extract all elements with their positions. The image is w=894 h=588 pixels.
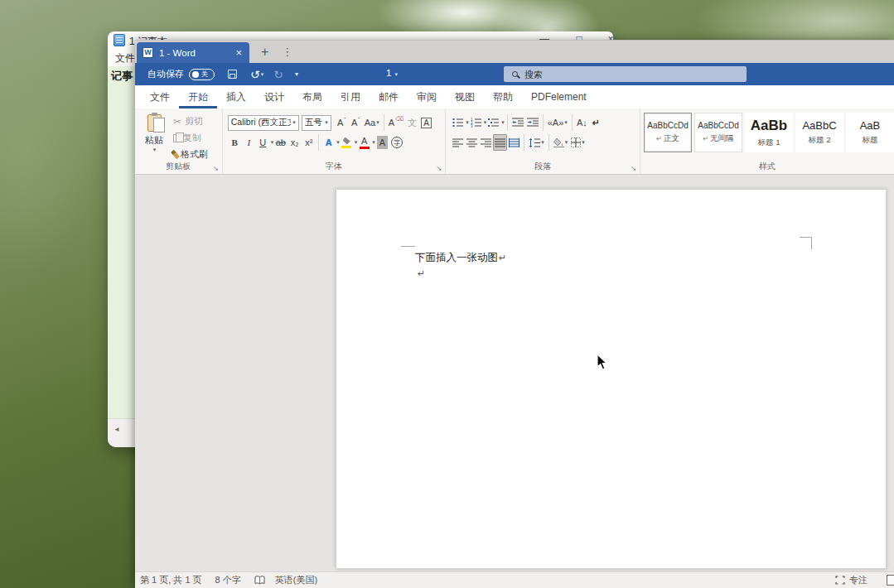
- font-dialog-launcher-icon[interactable]: ↘: [437, 165, 442, 172]
- paragraph-dialog-launcher-icon[interactable]: ↘: [631, 165, 636, 172]
- tab-mailings[interactable]: 邮件: [370, 85, 408, 108]
- asian-layout-button[interactable]: «A» ▾: [546, 114, 569, 131]
- tab-close-icon[interactable]: ×: [234, 46, 244, 59]
- multilevel-list-button[interactable]: [486, 114, 500, 131]
- search-input[interactable]: [524, 70, 747, 80]
- notepad-app-icon: [114, 34, 125, 46]
- enclose-characters-button[interactable]: 字: [389, 134, 404, 151]
- subscript-button[interactable]: x₂: [288, 134, 302, 151]
- italic-button[interactable]: I: [242, 134, 256, 151]
- paragraph-mark: ↵: [499, 253, 506, 263]
- highlight-color-bar: [341, 146, 351, 148]
- document-empty-line[interactable]: ↵: [417, 268, 425, 279]
- desktop-background: 1 记事本 — □ × 文件 记事 ◄ W 1 - Word × + ⋮: [0, 0, 894, 588]
- document-text-line[interactable]: 下面插入一张动图↵: [415, 251, 506, 265]
- borders-button[interactable]: ▾: [569, 134, 587, 151]
- language-status[interactable]: 英语(美国): [275, 574, 317, 586]
- style-title[interactable]: AaB 标题: [846, 113, 894, 152]
- autosave-toggle[interactable]: 关: [189, 69, 215, 80]
- grow-font-letter: A: [337, 118, 343, 128]
- tab-layout[interactable]: 布局: [293, 85, 331, 108]
- decrease-indent-button[interactable]: [510, 114, 525, 131]
- document-page[interactable]: 下面插入一张动图↵ ↵: [336, 189, 887, 569]
- character-shading-button[interactable]: A: [375, 134, 389, 151]
- focus-mode-button[interactable]: 专注: [849, 574, 867, 586]
- document-area[interactable]: 下面插入一张动图↵ ↵: [135, 175, 894, 571]
- document-title[interactable]: 1▾: [386, 68, 398, 78]
- line-spacing-caret-icon: ▾: [541, 139, 544, 146]
- character-border-button[interactable]: A: [419, 114, 433, 131]
- tab-references[interactable]: 引用: [331, 85, 370, 108]
- shrink-font-mark: ˇ: [358, 117, 360, 123]
- align-center-button[interactable]: [465, 134, 479, 151]
- tab-pdfelement[interactable]: PDFelement: [522, 85, 596, 108]
- clipboard-dialog-launcher-icon[interactable]: ↘: [213, 165, 219, 172]
- text-effects-button[interactable]: A: [321, 134, 336, 151]
- distribute-button[interactable]: [507, 134, 521, 151]
- style-normal[interactable]: AaBbCcDd ↵正文: [644, 113, 692, 152]
- font-size-caret-icon: ▾: [323, 119, 328, 126]
- tab-review[interactable]: 审阅: [408, 85, 446, 108]
- grow-font-button[interactable]: A ˆ: [335, 114, 349, 131]
- format-painter-button[interactable]: 格式刷: [173, 148, 208, 161]
- cut-button[interactable]: ✂ 剪切: [173, 115, 208, 128]
- distribute-icon: [509, 138, 519, 147]
- paste-caret-icon[interactable]: ▾: [153, 147, 157, 153]
- align-right-button[interactable]: [479, 134, 493, 151]
- style-heading2[interactable]: AaBbC 标题 2: [795, 113, 843, 152]
- superscript-button[interactable]: x²: [302, 134, 316, 151]
- align-left-button[interactable]: [451, 134, 465, 151]
- tab-file[interactable]: 文件: [141, 85, 179, 108]
- phonetic-guide-icon: 文: [408, 117, 417, 129]
- font-size-combo[interactable]: 五号 ▾: [302, 115, 331, 131]
- borders-icon: [571, 137, 581, 147]
- strikethrough-button[interactable]: ab: [273, 134, 288, 151]
- copy-button[interactable]: 复制: [173, 132, 208, 144]
- font-color-button[interactable]: A: [357, 134, 371, 151]
- highlight-button[interactable]: [340, 134, 354, 151]
- numbering-button[interactable]: 123: [469, 114, 483, 131]
- save-icon[interactable]: [228, 70, 237, 79]
- phonetic-guide-button[interactable]: 文: [405, 114, 419, 131]
- tab-design[interactable]: 设计: [255, 85, 293, 108]
- margin-crop-mark-right: [800, 237, 812, 249]
- scroll-left-arrow-icon[interactable]: ◄: [114, 426, 120, 433]
- font-family-combo[interactable]: Calibri (西文正文 ▾: [228, 115, 299, 131]
- tab-home[interactable]: 开始: [179, 85, 217, 108]
- proofing-book-icon[interactable]: [254, 576, 265, 585]
- justify-button[interactable]: [493, 134, 507, 151]
- shrink-font-button[interactable]: A ˇ: [349, 114, 363, 131]
- bold-button[interactable]: B: [228, 134, 242, 151]
- tab-insert[interactable]: 插入: [217, 85, 255, 108]
- underline-button[interactable]: U: [256, 134, 270, 151]
- tab-view[interactable]: 视图: [446, 85, 484, 108]
- increase-indent-button[interactable]: [525, 114, 540, 131]
- clear-formatting-button[interactable]: A ⌫: [387, 114, 405, 131]
- search-box[interactable]: [504, 66, 747, 82]
- style-preview: AaBb: [751, 118, 787, 134]
- sort-button[interactable]: A↓: [575, 114, 589, 131]
- style-heading1[interactable]: AaBb 标题 1: [745, 113, 793, 152]
- word-document-tab[interactable]: W 1 - Word ×: [137, 42, 249, 64]
- styles-group-label: 样式: [640, 161, 894, 172]
- notepad-file-menu[interactable]: 文件: [115, 51, 135, 65]
- word-window[interactable]: W 1 - Word × + ⋮ 自动保存 关 ↺ ▾ ↻ ▾ 1▾: [135, 40, 894, 588]
- tab-more-menu-icon[interactable]: ⋮: [282, 46, 293, 58]
- word-count-status[interactable]: 8 个字: [215, 574, 241, 586]
- shading-button[interactable]: ▾: [552, 134, 570, 151]
- tab-help[interactable]: 帮助: [484, 85, 522, 108]
- paste-button[interactable]: 粘贴 ▾: [135, 108, 173, 159]
- undo-icon[interactable]: ↺: [250, 68, 260, 81]
- quick-access-more-icon[interactable]: ▾: [295, 70, 298, 78]
- bullets-button[interactable]: [451, 114, 465, 131]
- new-tab-button[interactable]: +: [261, 45, 268, 60]
- undo-caret-icon[interactable]: ▾: [261, 71, 264, 78]
- page-number-status[interactable]: 第 1 页, 共 1 页: [140, 574, 202, 586]
- read-mode-icon[interactable]: [887, 575, 894, 586]
- style-no-spacing[interactable]: AaBbCcDd ↵无间隔: [694, 113, 742, 152]
- show-hide-marks-button[interactable]: ↵: [589, 114, 603, 131]
- ribbon: 粘贴 ▾ ✂ 剪切 复制 格式刷: [135, 108, 894, 175]
- multilevel-caret-icon[interactable]: ▾: [501, 119, 505, 126]
- change-case-button[interactable]: Aa ▾: [363, 114, 381, 131]
- line-spacing-button[interactable]: ▾: [527, 134, 546, 151]
